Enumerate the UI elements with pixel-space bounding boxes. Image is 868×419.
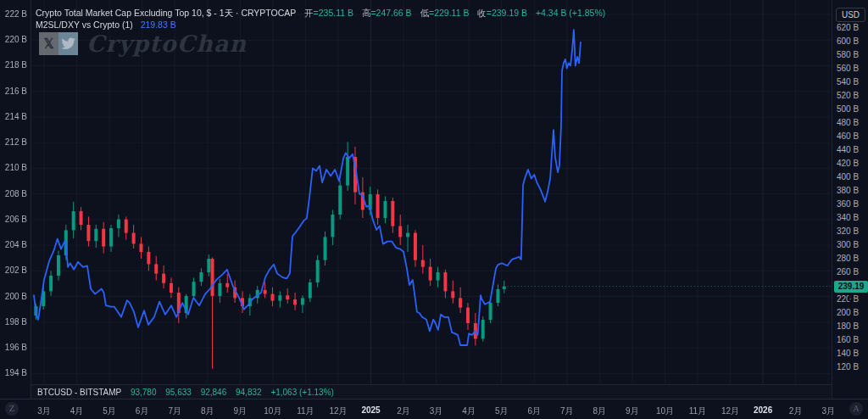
axis-tick-label: 194 B [5,368,27,377]
time-tick-month: 12月 [323,405,353,417]
high-value: =247.66 B [370,8,411,18]
axis-tick-label: 220 B [5,35,27,44]
currency-unit-button[interactable]: USD [836,8,865,22]
candle-body [376,194,380,218]
candle-body [459,298,462,307]
candle-body [147,252,150,264]
time-axis[interactable]: Z A 3月4月5月6月7月8月9月10月11月12月20252月3月4月5月6… [0,399,868,419]
time-tick-month: 3月 [421,405,452,417]
axis-tick-label: 500 B [837,104,859,114]
candle-body [278,295,281,300]
candle-body [154,264,158,273]
candle-body [94,229,97,241]
time-tick-month: 2月 [781,405,811,417]
axis-tick-label: 360 B [837,199,859,209]
autoscale-button[interactable]: A [849,402,863,416]
time-tick-month: 9月 [225,405,255,417]
axis-tick-label: 380 B [837,186,859,195]
timezone-button[interactable]: Z [5,402,19,416]
axis-tick-label: 160 B [837,335,859,344]
symbol-title: Crypto Total Market Cap Excluding Top 10… [36,8,296,18]
open-value: =235.11 B [314,8,353,18]
price-chart[interactable] [0,0,868,419]
low-value: =229.11 B [429,8,469,18]
candle-body [414,233,417,260]
candle-body [225,283,229,288]
time-tick-month: 6月 [519,405,549,417]
candle-body [301,298,304,304]
legend-indicator-row[interactable]: M2SL/DXY vs Crypto (1) 219.83 B [36,19,605,31]
candle-body [199,272,203,282]
candle-body [421,260,425,267]
candle-body [451,291,454,298]
candle-body [162,274,165,283]
status-low: 92,846 [201,388,227,397]
candle-body [132,233,136,244]
time-tick-month: 12月 [715,405,746,417]
right-price-axis[interactable]: USD 239.19 B 620 B600 B580 B560 B540 B52… [832,0,868,399]
axis-tick-label: 280 B [837,254,859,263]
axis-tick-label: 620 B [837,23,859,32]
candle-body [192,282,196,296]
axis-tick-label: 204 B [5,240,27,249]
left-price-axis[interactable]: 222 B220 B218 B216 B214 B212 B210 B208 B… [0,0,31,399]
axis-tick-label: 222 B [5,9,27,19]
axis-tick-label: 400 B [837,172,859,182]
axis-tick-label: 580 B [837,50,859,59]
candle-body [346,157,349,186]
axis-tick-label: 420 B [837,159,859,168]
time-tick-month: 4月 [62,405,92,417]
time-tick-month: 11月 [682,405,713,417]
candlestick-series [34,142,505,368]
axis-tick-label: 216 B [5,87,27,96]
time-tick-month: 9月 [617,405,648,417]
candle-body [211,259,214,296]
change-value: +4.34 B (+1.85%) [536,8,605,18]
status-change: +1,063 (+1.13%) [270,388,334,397]
symbol-status-bar[interactable]: BTCUSD - BITSTAMP 93,780 95,633 92,846 9… [31,384,832,399]
candle-body [391,201,394,226]
candle-body [489,303,492,320]
time-tick-month: 7月 [552,405,582,417]
candle-body [338,186,342,215]
status-open: 93,780 [131,388,157,397]
chart-legend[interactable]: Crypto Total Market Cap Excluding Top 10… [36,7,605,31]
axis-tick-label: 300 B [837,240,859,249]
legend-main-row: Crypto Total Market Cap Excluding Top 10… [36,7,605,19]
axis-tick-label: 206 B [5,215,27,224]
candle-body [324,237,327,260]
close-key: 收 [477,8,487,18]
open-key: 开 [304,8,314,18]
candle-body [466,308,470,323]
time-tick-month: 7月 [159,405,190,417]
candle-body [80,211,83,225]
candle-body [503,287,506,289]
candle-body [86,225,90,241]
candle-body [264,290,267,294]
close-value: =239.19 B [487,8,527,18]
candle-body [286,295,289,299]
axis-tick-label: 460 B [837,131,859,141]
candle-body [309,282,312,298]
low-key: 低 [420,8,430,18]
candle-body [102,229,105,247]
candle-body [293,299,297,304]
axis-tick-label: 520 B [837,91,859,100]
status-close: 94,832 [236,388,262,397]
axis-tick-label: 200 B [837,308,859,317]
candle-body [496,289,499,303]
status-high: 95,633 [165,388,192,397]
axis-tick-label: 600 B [837,36,859,46]
time-tick-month: 3月 [813,405,843,417]
time-tick-month: 10月 [649,405,680,417]
axis-tick-label: 480 B [837,118,859,127]
time-tick-month: 11月 [290,405,320,417]
time-tick-month: 5月 [94,405,125,417]
axis-tick-label: 540 B [837,77,859,87]
axis-tick-label: 180 B [837,321,859,331]
time-tick-month: 8月 [192,405,223,417]
high-key: 高 [362,8,371,18]
axis-tick-label: 218 B [5,60,27,70]
candle-body [218,283,221,296]
last-price-tag: 239.19 B [834,281,868,293]
